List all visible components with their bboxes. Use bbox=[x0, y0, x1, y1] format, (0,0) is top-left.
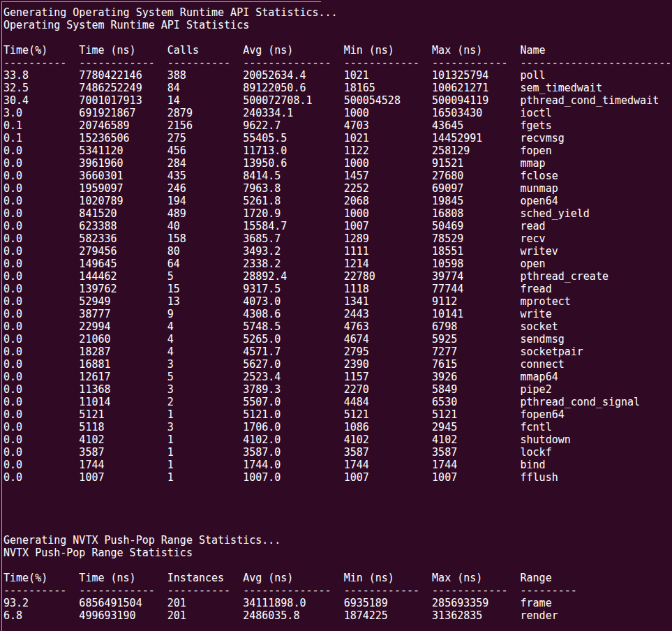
cell-max-ns: 91521 bbox=[432, 157, 463, 170]
nvtx-table-row: 93.2 6856491504 201 34111898.0 6935189 2… bbox=[3, 597, 672, 609]
cell-time-ns: 144462 bbox=[79, 270, 117, 283]
cell-max-ns: 18551 bbox=[432, 245, 463, 258]
cell-name: connect bbox=[521, 358, 565, 371]
cell-name: mmap64 bbox=[521, 371, 558, 383]
separator-dashes: ------------------------- bbox=[521, 57, 672, 69]
col-header-time-pct: Time(%) bbox=[3, 572, 47, 584]
cell-time-pct: 3.0 bbox=[3, 107, 22, 119]
cell-calls: 435 bbox=[167, 170, 186, 182]
cell-calls: 3 bbox=[167, 383, 174, 396]
blank-line bbox=[3, 509, 672, 521]
cell-time-pct: 0.0 bbox=[3, 371, 22, 383]
cell-calls: 4 bbox=[167, 333, 174, 346]
cell-avg-ns: 13950.6 bbox=[243, 157, 287, 170]
cell-avg-ns: 240334.1 bbox=[243, 107, 293, 119]
cell-max-ns: 1744 bbox=[432, 459, 457, 471]
cell-min-ns: 2252 bbox=[344, 182, 369, 195]
cell-time-ns: 1959097 bbox=[79, 182, 123, 195]
os-table-row: 30.4 7001017913 14 500072708.1 500054528… bbox=[3, 94, 672, 107]
terminal-window[interactable]: Generating Operating System Runtime API … bbox=[0, 0, 672, 631]
cell-name: pthread_create bbox=[521, 270, 608, 283]
cell-min-ns: 1000 bbox=[344, 157, 369, 170]
cell-max-ns: 3926 bbox=[432, 371, 457, 383]
col-header-max-ns: Max (ns) bbox=[432, 44, 482, 57]
blank-line bbox=[3, 559, 672, 572]
cell-avg-ns: 5121.0 bbox=[243, 408, 281, 421]
cell-name: read bbox=[521, 220, 546, 232]
cell-name: bind bbox=[521, 459, 546, 471]
cell-max-ns: 258129 bbox=[432, 144, 470, 157]
cell-name: recvmsg bbox=[521, 132, 565, 144]
cell-time-ns: 7780422146 bbox=[79, 69, 142, 82]
separator-dashes: -------------- bbox=[243, 57, 331, 69]
cell-avg-ns: 1720.9 bbox=[243, 207, 281, 220]
os-separator-row: ---------- ------------ ---------- -----… bbox=[3, 57, 672, 69]
cell-max-ns: 101325794 bbox=[432, 69, 488, 82]
cell-range: frame bbox=[521, 597, 552, 609]
cell-name: fread bbox=[521, 283, 552, 295]
cell-min-ns: 4484 bbox=[344, 396, 369, 408]
cell-min-ns: 18165 bbox=[344, 82, 375, 94]
cell-time-ns: 20746589 bbox=[79, 119, 129, 132]
col-header-range: Range bbox=[521, 572, 552, 584]
cell-name: lockf bbox=[521, 446, 552, 459]
cell-min-ns: 4763 bbox=[344, 320, 369, 333]
cell-max-ns: 9112 bbox=[432, 295, 457, 308]
cell-calls: 388 bbox=[167, 69, 186, 82]
separator-dashes: ---------- bbox=[167, 57, 230, 69]
cell-calls: 158 bbox=[167, 232, 186, 245]
os-table-row: 0.0 21060 4 5265.0 4674 5925 sendmsg bbox=[3, 333, 672, 346]
cell-calls: 84 bbox=[167, 82, 180, 94]
os-table-row: 0.0 3660301 435 8414.5 1457 27680 fclose bbox=[3, 170, 672, 182]
cell-max-ns: 7615 bbox=[432, 358, 457, 371]
cell-max-ns: 7277 bbox=[432, 346, 457, 358]
cell-avg-ns: 2486035.8 bbox=[243, 609, 299, 622]
terminal-output: Generating Operating System Runtime API … bbox=[0, 0, 672, 631]
cell-avg-ns: 4102.0 bbox=[243, 433, 281, 446]
cell-max-ns: 39774 bbox=[432, 270, 463, 283]
os-title-line: Operating System Runtime API Statistics bbox=[3, 19, 672, 31]
cell-min-ns: 1000 bbox=[344, 107, 369, 119]
cell-max-ns: 10598 bbox=[432, 258, 463, 270]
cell-name: sched_yield bbox=[521, 207, 590, 220]
cell-min-ns: 1111 bbox=[344, 245, 369, 258]
cell-min-ns: 1021 bbox=[344, 69, 369, 82]
os-table-row: 0.0 11368 3 3789.3 2270 5849 pipe2 bbox=[3, 383, 672, 396]
cell-max-ns: 5849 bbox=[432, 383, 457, 396]
cell-time-ns: 52949 bbox=[79, 295, 110, 308]
os-table-row: 0.0 5341120 456 11713.0 1122 258129 fope… bbox=[3, 144, 672, 157]
os-header-row: Time(%) Time (ns) Calls Avg (ns) Min (ns… bbox=[3, 44, 672, 57]
os-table-row: 0.0 149645 64 2338.2 1214 10598 open bbox=[3, 258, 672, 270]
cell-min-ns: 1457 bbox=[344, 170, 369, 182]
cell-calls: 80 bbox=[167, 245, 180, 258]
cell-max-ns: 4102 bbox=[432, 433, 457, 446]
os-table-row: 0.0 22994 4 5748.5 4763 6798 socket bbox=[3, 320, 672, 333]
cell-time-ns: 5121 bbox=[79, 408, 104, 421]
cell-time-ns: 22994 bbox=[79, 320, 110, 333]
cell-time-pct: 0.0 bbox=[3, 396, 22, 408]
cell-max-ns: 77744 bbox=[432, 283, 463, 295]
blank-line bbox=[3, 484, 672, 496]
cell-calls: 13 bbox=[167, 295, 180, 308]
col-header-name: Name bbox=[521, 44, 546, 57]
cell-time-pct: 0.1 bbox=[3, 132, 22, 144]
cell-avg-ns: 4571.7 bbox=[243, 346, 281, 358]
os-table-row: 0.0 18287 4 4571.7 2795 7277 socketpair bbox=[3, 346, 672, 358]
os-table-row: 0.0 38777 9 4308.6 2443 10141 write bbox=[3, 308, 672, 320]
cell-instances: 201 bbox=[167, 609, 186, 622]
cell-calls: 275 bbox=[167, 132, 186, 144]
cell-calls: 284 bbox=[167, 157, 186, 170]
cell-name: open64 bbox=[521, 195, 558, 207]
cell-avg-ns: 3789.3 bbox=[243, 383, 281, 396]
cell-calls: 456 bbox=[167, 144, 186, 157]
cell-time-pct: 0.0 bbox=[3, 270, 22, 283]
cell-avg-ns: 28892.4 bbox=[243, 270, 287, 283]
cell-name: fopen64 bbox=[521, 408, 565, 421]
cell-name: socketpair bbox=[521, 346, 583, 358]
cell-time-ns: 139762 bbox=[79, 283, 117, 295]
os-table-row: 0.0 5118 3 1706.0 1086 2945 fcntl bbox=[3, 421, 672, 433]
cell-calls: 15 bbox=[167, 283, 180, 295]
cell-max-ns: 16808 bbox=[432, 207, 463, 220]
cell-avg-ns: 55405.5 bbox=[243, 132, 287, 144]
cell-time-pct: 0.0 bbox=[3, 144, 22, 157]
